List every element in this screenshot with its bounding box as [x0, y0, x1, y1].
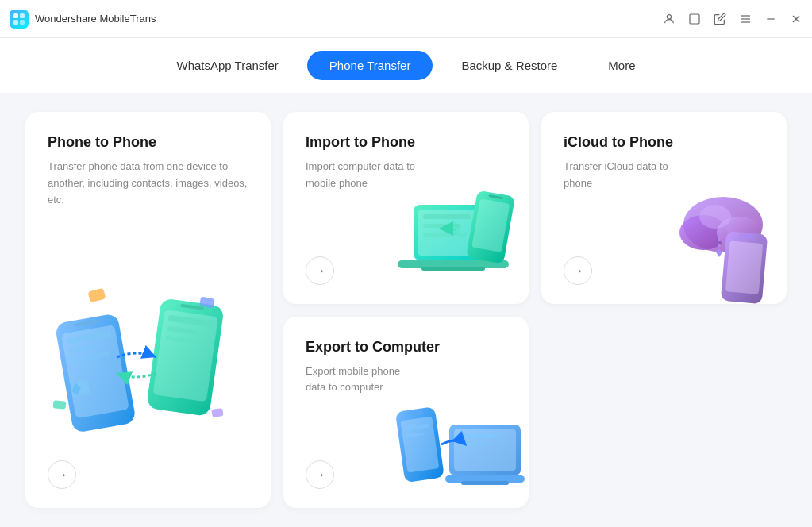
tab-whatsapp-transfer[interactable]: WhatsApp Transfer — [154, 51, 300, 80]
card-icloud-arrow[interactable]: → — [564, 256, 592, 285]
close-icon[interactable] — [790, 13, 802, 25]
card-import-arrow[interactable]: → — [306, 256, 334, 285]
import-illustration: → — [394, 181, 529, 304]
svg-rect-33 — [421, 267, 485, 271]
svg-point-4 — [667, 14, 671, 18]
menu-icon[interactable] — [739, 13, 752, 25]
icloud-illustration — [660, 181, 787, 304]
card-phone-to-phone[interactable]: Phone to Phone Transfer phone data from … — [25, 112, 271, 508]
card-export-arrow[interactable]: → — [306, 460, 334, 489]
svg-point-45 — [699, 205, 731, 229]
main-content: Phone to Phone Transfer phone data from … — [0, 93, 812, 527]
nav-bar: WhatsApp Transfer Phone Transfer Backup … — [0, 38, 812, 93]
svg-rect-5 — [690, 14, 699, 24]
phone-to-phone-illustration — [41, 286, 248, 452]
tab-backup-restore[interactable]: Backup & Restore — [439, 51, 579, 80]
minimize-icon[interactable] — [764, 13, 777, 25]
tab-more[interactable]: More — [586, 51, 657, 80]
svg-marker-50 — [715, 251, 723, 257]
card-import-to-phone[interactable]: Import to Phone Import computer data to … — [283, 112, 529, 304]
title-bar-controls — [663, 13, 802, 25]
svg-rect-47 — [725, 240, 763, 294]
card-icloud-title: iCloud to Phone — [564, 134, 764, 151]
title-bar: Wondershare MobileTrans — [0, 0, 812, 38]
edit-icon[interactable] — [714, 13, 726, 25]
card-icloud-to-phone[interactable]: iCloud to Phone Transfer iCloud data to … — [541, 112, 787, 304]
svg-rect-2 — [13, 20, 18, 25]
card-export-title: Export to Computer — [306, 339, 506, 356]
svg-rect-3 — [20, 20, 25, 25]
svg-rect-0 — [13, 13, 18, 18]
export-illustration — [390, 385, 529, 508]
cards-grid: Phone to Phone Transfer phone data from … — [25, 112, 787, 508]
svg-rect-26 — [53, 400, 67, 409]
svg-rect-24 — [88, 288, 106, 303]
tab-phone-transfer[interactable]: Phone Transfer — [307, 51, 433, 80]
app-title: Wondershare MobileTrans — [35, 13, 156, 25]
svg-rect-34 — [423, 214, 471, 219]
profile-icon[interactable] — [663, 13, 675, 25]
card-export-to-computer[interactable]: Export to Computer Export mobile phone d… — [283, 317, 529, 509]
svg-rect-36 — [423, 233, 467, 237]
title-bar-left: Wondershare MobileTrans — [10, 10, 156, 29]
card-phone-to-phone-title: Phone to Phone — [48, 134, 248, 151]
card-phone-to-phone-arrow[interactable]: → — [48, 460, 76, 489]
app-icon — [10, 10, 29, 29]
svg-rect-27 — [211, 408, 223, 417]
svg-rect-60 — [459, 434, 498, 438]
card-import-title: Import to Phone — [306, 134, 506, 151]
card-icloud-desc: Transfer iCloud data to phone — [564, 159, 674, 192]
svg-text:→: → — [450, 225, 458, 233]
window-icon[interactable] — [688, 13, 701, 25]
svg-rect-59 — [461, 481, 509, 485]
svg-rect-1 — [20, 13, 25, 18]
